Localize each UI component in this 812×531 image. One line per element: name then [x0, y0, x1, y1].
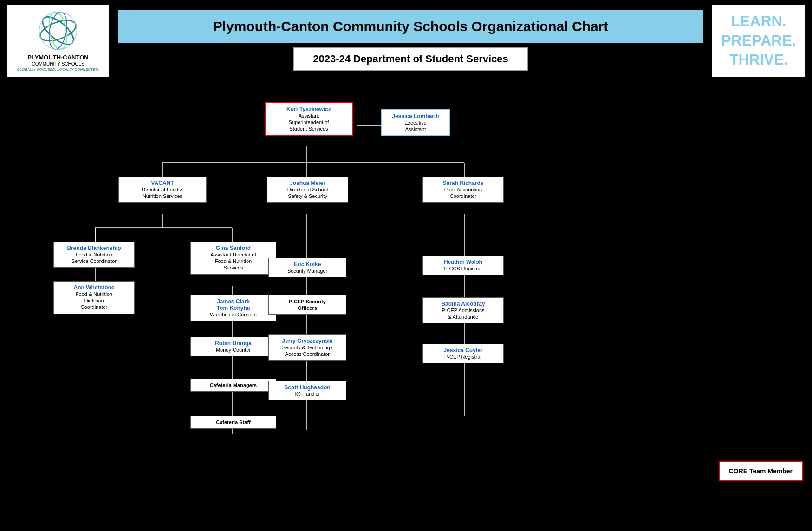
- logo-community: COMMUNITY SCHOOLS: [32, 61, 84, 66]
- header: PLYMOUTH-CANTON COMMUNITY SCHOOLS GLOBAL…: [0, 0, 812, 81]
- node-brenda: Brenda Blankenship Food & NutritionServi…: [53, 242, 135, 268]
- node-cafeteria-staff: Cafeteria Staff: [190, 416, 276, 429]
- node-cafeteria-managers: Cafeteria Managers: [190, 379, 276, 392]
- node-kurt: Kurt Tyszkiewicz AssistantSuperintendent…: [265, 102, 353, 136]
- node-vacant: VACANT Director of Food &Nutrition Servi…: [118, 177, 207, 203]
- main-title: Plymouth-Canton Community Schools Organi…: [137, 19, 684, 34]
- node-sarah: Sarah Richards Pupil AccountingCoordinat…: [422, 177, 504, 203]
- learn-text: LEARN.PREPARE.THRIVE.: [721, 12, 796, 70]
- node-pcep-security: P-CEP SecurityOfficers: [268, 295, 346, 315]
- node-robin: Robin Uranga Money Counter: [190, 337, 276, 356]
- logo-globe-icon: [37, 10, 79, 52]
- logo-name: PLYMOUTH-CANTON: [27, 54, 88, 61]
- node-jerry: Jerry Gryszczynski Security & Technology…: [268, 334, 346, 361]
- page-container: PLYMOUTH-CANTON COMMUNITY SCHOOLS GLOBAL…: [0, 0, 812, 531]
- sub-title-box: 2023-24 Department of Student Services: [293, 47, 528, 71]
- chart-area: Kurt Tyszkiewicz AssistantSuperintendent…: [0, 81, 812, 490]
- node-jessica-lombardi: Jessica Lombardi ExecutiveAssistant: [381, 109, 450, 137]
- node-eric: Eric Kolke Security Manager: [268, 258, 346, 277]
- core-badge: CORE Team Member: [719, 461, 803, 481]
- node-ann: Ann Whetstone Food & NutritionDieticianC…: [53, 281, 135, 314]
- node-joshua: Joshua Meier Director of SchoolSafety & …: [267, 177, 348, 203]
- svg-point-5: [39, 12, 77, 50]
- node-gina: Gina Sanford Assistant Director ofFood &…: [190, 242, 276, 275]
- node-heather: Heather Walsh P-CCS Registrar: [422, 256, 504, 275]
- node-scott: Scott Hughesdon K9 Handler: [268, 381, 346, 400]
- logo-area: PLYMOUTH-CANTON COMMUNITY SCHOOLS GLOBAL…: [7, 5, 109, 77]
- logo-tagline: GLOBALLY FOCUSED. LOCALLY CONNECTED.: [17, 67, 99, 72]
- main-title-box: Plymouth-Canton Community Schools Organi…: [118, 10, 703, 43]
- node-jessica-cuyler: Jessica Cuyler P-CEP Registrar: [422, 344, 504, 363]
- learn-area: LEARN.PREPARE.THRIVE.: [712, 5, 805, 77]
- sub-title: 2023-24 Department of Student Services: [313, 53, 508, 65]
- node-james-tom: James ClarkTom Konyha Warehouse Couriers: [190, 295, 276, 321]
- title-area: Plymouth-Canton Community Schools Organi…: [109, 5, 712, 77]
- node-badiha: Badiha Alcodray P-CEP Admissions& Attend…: [422, 297, 504, 324]
